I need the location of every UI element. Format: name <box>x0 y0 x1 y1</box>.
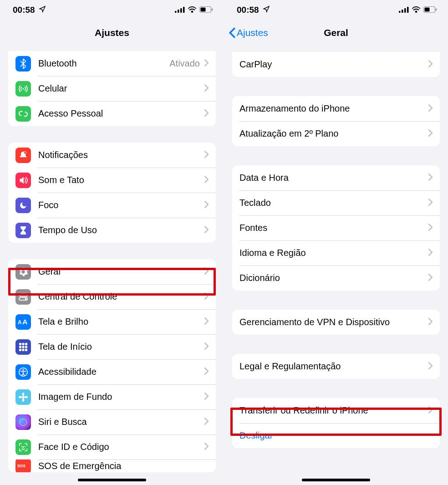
svg-rect-3 <box>183 7 185 13</box>
home-indicator[interactable] <box>78 479 146 481</box>
row-shutdown[interactable]: Desligar <box>232 423 440 448</box>
svg-point-30 <box>19 396 22 398</box>
row-background-refresh[interactable]: Atualização em 2º Plano <box>232 121 440 146</box>
nav-bar: Ajustes <box>0 20 224 46</box>
row-label: Som e Tato <box>38 175 204 185</box>
battery-icon <box>199 5 213 15</box>
row-label: Siri e Busca <box>38 417 204 427</box>
chevron-right-icon <box>428 406 433 415</box>
row-transfer-reset[interactable]: Transferir ou Redefinir o iPhone <box>232 398 440 423</box>
antenna-icon <box>15 81 31 97</box>
row-carplay[interactable]: CarPlay <box>232 52 440 77</box>
home-indicator[interactable] <box>302 479 370 481</box>
svg-rect-23 <box>22 349 25 351</box>
svg-rect-8 <box>20 156 27 157</box>
faceid-icon <box>15 439 31 455</box>
bluetooth-icon <box>15 56 31 71</box>
row-sounds[interactable]: Som e Tato <box>8 168 216 193</box>
chevron-right-icon <box>204 317 209 327</box>
row-bluetooth[interactable]: Bluetooth Ativado <box>8 51 216 76</box>
general-group-vpn: Gerenciamento de VPN e Dispositivo <box>232 310 440 335</box>
svg-rect-1 <box>178 10 179 13</box>
row-display[interactable]: AA Tela e Brilho <box>8 309 216 334</box>
row-label: Imagem de Fundo <box>38 392 204 402</box>
svg-rect-40 <box>436 9 437 11</box>
row-cellular[interactable]: Celular <box>8 76 216 101</box>
row-value: Ativado <box>169 58 200 69</box>
chevron-right-icon <box>428 129 433 138</box>
row-label: Teclado <box>239 198 428 208</box>
gear-icon <box>15 264 31 280</box>
status-bar: 00:58 <box>224 0 448 20</box>
svg-point-32 <box>20 419 27 425</box>
back-button[interactable]: Ajustes <box>229 27 268 38</box>
svg-rect-24 <box>25 349 27 351</box>
back-label: Ajustes <box>237 27 268 38</box>
row-label: CarPlay <box>239 59 428 70</box>
chevron-right-icon <box>204 368 209 377</box>
row-label: Armazenamento do iPhone <box>239 103 428 114</box>
grid-icon <box>15 339 31 355</box>
general-group-reset: Transferir ou Redefinir o iPhone Desliga… <box>232 398 440 448</box>
chevron-right-icon <box>204 226 209 235</box>
row-label: Data e Hora <box>239 173 428 183</box>
row-label: Central de Controle <box>38 291 204 302</box>
row-label: SOS de Emergência <box>38 461 209 471</box>
svg-rect-39 <box>425 8 430 12</box>
phone-geral: 00:58 Ajustes Geral CarPlay <box>224 0 448 485</box>
row-sos[interactable]: SOS SOS de Emergência <box>8 459 216 472</box>
row-dictionary[interactable]: Dicionário <box>232 265 440 291</box>
row-accessibility[interactable]: Acessibilidade <box>8 359 216 384</box>
chevron-right-icon <box>428 318 433 327</box>
status-bar: 00:58 <box>0 0 224 20</box>
svg-point-9 <box>24 151 26 153</box>
chevron-right-icon <box>428 274 433 283</box>
row-keyboard[interactable]: Teclado <box>232 190 440 215</box>
row-general[interactable]: Geral <box>8 259 216 284</box>
row-vpn-device-management[interactable]: Gerenciamento de VPN e Dispositivo <box>232 310 440 335</box>
row-label: Tela de Início <box>38 342 204 352</box>
page-title: Geral <box>324 27 348 38</box>
svg-point-7 <box>23 88 24 89</box>
row-fonts[interactable]: Fontes <box>232 215 440 240</box>
general-group-storage: Armazenamento do iPhone Atualização em 2… <box>232 96 440 146</box>
row-focus[interactable]: Foco <box>8 193 216 218</box>
wallpaper-icon <box>15 389 31 405</box>
svg-rect-18 <box>25 343 27 345</box>
row-wallpaper[interactable]: Imagem de Fundo <box>8 384 216 409</box>
row-siri[interactable]: Siri e Busca <box>8 409 216 434</box>
row-control-center[interactable]: Central de Controle <box>8 284 216 309</box>
row-hotspot[interactable]: Acesso Pessoal <box>8 101 216 126</box>
wifi-icon <box>188 5 197 15</box>
chevron-right-icon <box>428 104 433 113</box>
chevron-right-icon <box>204 267 209 276</box>
hotspot-icon <box>15 106 31 122</box>
svg-rect-20 <box>22 346 25 348</box>
chevron-right-icon <box>428 224 433 233</box>
row-legal[interactable]: Legal e Regulamentação <box>232 354 440 379</box>
location-services-icon <box>39 5 46 15</box>
phone-ajustes: 00:58 Ajustes Blueto <box>0 0 224 485</box>
row-label: Geral <box>38 266 204 277</box>
svg-rect-0 <box>175 11 177 13</box>
row-homescreen[interactable]: Tela de Início <box>8 334 216 359</box>
siri-icon <box>15 414 31 430</box>
svg-rect-37 <box>407 7 409 13</box>
chevron-right-icon <box>204 201 209 210</box>
bell-icon <box>15 148 31 163</box>
row-notifications[interactable]: Notificações <box>8 143 216 168</box>
row-screentime[interactable]: Tempo de Uso <box>8 218 216 243</box>
chevron-right-icon <box>428 199 433 208</box>
row-faceid[interactable]: Face ID e Código <box>8 434 216 459</box>
settings-group-system: Geral Central de Controle AA Tela e Bril… <box>8 259 216 472</box>
battery-icon <box>423 5 437 15</box>
row-label: Acesso Pessoal <box>38 108 204 119</box>
page-title: Ajustes <box>95 27 129 38</box>
location-services-icon <box>263 5 270 15</box>
row-storage[interactable]: Armazenamento do iPhone <box>232 96 440 121</box>
row-datetime[interactable]: Data e Hora <box>232 165 440 190</box>
svg-rect-17 <box>22 343 25 345</box>
svg-point-26 <box>22 369 24 370</box>
svg-text:SOS: SOS <box>17 464 25 468</box>
row-language-region[interactable]: Idioma e Região <box>232 240 440 265</box>
